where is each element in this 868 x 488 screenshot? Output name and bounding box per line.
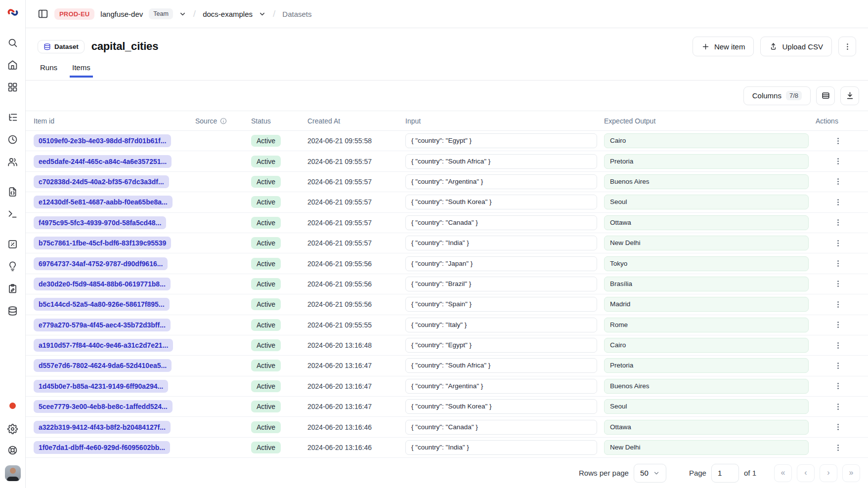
item-id-link[interactable]: b5c144cd-52a5-4a80-926e-58617f895... <box>34 298 170 311</box>
sessions-clock-icon[interactable] <box>7 133 19 145</box>
row-actions-button[interactable] <box>831 134 844 147</box>
item-id-link[interactable]: e12430df-5e81-4687-aabb-f0ea65be8a... <box>34 196 173 208</box>
item-id-link[interactable]: 1f0e7da1-dbff-4e60-929d-f6095602bb... <box>34 441 170 454</box>
input-cell[interactable]: { "country": "India" } <box>405 236 597 250</box>
next-page-button[interactable]: › <box>820 464 837 482</box>
input-cell[interactable]: { "country": "Japan" } <box>405 256 597 271</box>
expected-output-cell[interactable]: Ottawa <box>604 420 809 435</box>
item-id-link[interactable]: 1d45b0e7-b85a-4231-9149-6ff90a294... <box>34 380 168 393</box>
rows-per-page-select[interactable]: 50 <box>634 464 666 483</box>
tracing-tree-icon[interactable] <box>7 111 19 123</box>
row-actions-button[interactable] <box>831 257 844 270</box>
expected-output-cell[interactable]: Buenos Aires <box>604 174 809 189</box>
last-page-button[interactable]: » <box>842 464 860 482</box>
home-icon[interactable] <box>7 59 19 71</box>
row-height-icon[interactable] <box>816 86 835 105</box>
input-cell[interactable]: { "country": "Canada" } <box>405 420 597 435</box>
row-actions-button[interactable] <box>831 298 844 311</box>
input-cell[interactable]: { "country": "Spain" } <box>405 297 597 312</box>
input-cell[interactable]: { "country": "Canada" } <box>405 215 597 230</box>
expected-output-cell[interactable]: Tokyo <box>604 256 809 271</box>
expected-output-cell[interactable]: New Delhi <box>604 236 809 250</box>
input-cell[interactable]: { "country": "South Africa" } <box>405 154 597 169</box>
tab-runs[interactable]: Runs <box>39 63 59 77</box>
item-id-link[interactable]: 69764737-34af-4752-9787-d90df9616... <box>34 257 168 270</box>
item-id-link[interactable]: b75c7861-1fbe-45cf-bdf6-83f139c95539 <box>34 237 171 249</box>
row-actions-button[interactable] <box>831 237 844 249</box>
input-cell[interactable]: { "country": "Egypt" } <box>405 133 597 148</box>
info-icon[interactable] <box>220 118 227 124</box>
item-id-link[interactable]: e779a270-579a-4f45-aec4-35b72d3bff... <box>34 319 171 331</box>
sidebar-toggle-icon[interactable] <box>38 8 48 19</box>
breadcrumb-datasets[interactable]: Datasets <box>282 10 311 18</box>
item-id-link[interactable]: f4975c95-5fc3-4939-970d-58fa5cd48... <box>34 216 166 229</box>
evaluation-percent-icon[interactable] <box>7 238 19 250</box>
row-actions-button[interactable] <box>831 359 844 372</box>
user-avatar[interactable] <box>5 465 21 481</box>
row-actions-button[interactable] <box>831 196 844 208</box>
row-actions-button[interactable] <box>831 380 844 393</box>
first-page-button[interactable]: « <box>774 464 792 482</box>
row-actions-button[interactable] <box>831 175 844 188</box>
input-cell[interactable]: { "country": "South Africa" } <box>405 358 597 373</box>
expected-output-cell[interactable]: Pretoria <box>604 154 809 169</box>
users-icon[interactable] <box>7 156 19 167</box>
annotation-lightbulb-icon[interactable] <box>7 260 19 272</box>
row-actions-button[interactable] <box>831 155 844 168</box>
support-help-icon[interactable] <box>7 444 19 456</box>
page-more-actions-button[interactable] <box>838 37 856 56</box>
expected-output-cell[interactable]: Rome <box>604 318 809 332</box>
playground-terminal-icon[interactable] <box>7 208 19 220</box>
input-cell[interactable]: { "country": "Brazil" } <box>405 277 597 291</box>
expected-output-cell[interactable]: Cairo <box>604 133 809 148</box>
tab-items[interactable]: Items <box>71 63 92 77</box>
item-id-link[interactable]: d557e7d6-7802-4624-9da6-52d410ea5... <box>34 359 172 372</box>
row-actions-button[interactable] <box>831 278 844 290</box>
input-cell[interactable]: { "country": "India" } <box>405 440 597 455</box>
org-chevron-down-icon[interactable] <box>179 10 186 18</box>
row-actions-button[interactable] <box>831 216 844 229</box>
recording-dot[interactable] <box>9 403 16 409</box>
input-cell[interactable]: { "country": "Italy" } <box>405 318 597 332</box>
item-id-link[interactable]: c702838d-24d5-40a2-bf35-67dc3a3df... <box>34 175 169 188</box>
item-id-link[interactable]: a322b319-9412-4f43-b8f2-b20484127f... <box>34 421 171 434</box>
columns-button[interactable]: Columns 7/8 <box>743 86 811 105</box>
item-id-link[interactable]: eed5dafe-244f-465c-a84c-4a6e357251... <box>34 155 172 168</box>
previous-page-button[interactable]: ‹ <box>797 464 815 482</box>
item-id-link[interactable]: 05109ef0-2e3b-4e03-98dd-8f7d01b61f... <box>34 134 171 147</box>
row-actions-button[interactable] <box>831 319 844 331</box>
row-actions-button[interactable] <box>831 421 844 434</box>
input-cell[interactable]: { "country": "South Korea" } <box>405 399 597 414</box>
input-cell[interactable]: { "country": "Argentina" } <box>405 379 597 394</box>
project-name[interactable]: docs-examples <box>203 10 253 18</box>
expected-output-cell[interactable]: Buenos Aires <box>604 379 809 394</box>
expected-output-cell[interactable]: Cairo <box>604 338 809 353</box>
input-cell[interactable]: { "country": "South Korea" } <box>405 195 597 209</box>
project-chevron-down-icon[interactable] <box>259 10 266 18</box>
input-cell[interactable]: { "country": "Argentina" } <box>405 174 597 189</box>
upload-csv-button[interactable]: Upload CSV <box>760 37 832 56</box>
queue-clipboard-icon[interactable] <box>7 283 19 294</box>
expected-output-cell[interactable]: New Delhi <box>604 440 809 455</box>
settings-gear-icon[interactable] <box>7 423 19 435</box>
input-cell[interactable]: { "country": "Egypt" } <box>405 338 597 353</box>
expected-output-cell[interactable]: Madrid <box>604 297 809 312</box>
item-id-link[interactable]: 5cee7779-3e00-4eb8-be8c-1affedd524... <box>34 400 173 413</box>
download-icon[interactable] <box>840 86 859 105</box>
item-id-link[interactable]: a1910d57-7f84-440c-9e46-a31c2d7e21... <box>34 339 173 352</box>
row-actions-button[interactable] <box>831 400 844 413</box>
new-item-button[interactable]: New item <box>693 37 754 56</box>
expected-output-cell[interactable]: Seoul <box>604 399 809 414</box>
dashboard-grid-icon[interactable] <box>7 81 19 93</box>
prompts-file-icon[interactable] <box>7 186 19 198</box>
expected-output-cell[interactable]: Seoul <box>604 195 809 209</box>
org-name[interactable]: langfuse-dev <box>100 10 143 18</box>
item-id-link[interactable]: de30d2e0-f5d9-4854-88b6-0619771b8... <box>34 278 171 290</box>
langfuse-logo[interactable] <box>6 6 19 19</box>
search-icon[interactable] <box>7 37 19 48</box>
expected-output-cell[interactable]: Pretoria <box>604 358 809 373</box>
row-actions-button[interactable] <box>831 441 844 454</box>
datasets-database-icon[interactable] <box>7 305 19 317</box>
expected-output-cell[interactable]: Ottawa <box>604 215 809 230</box>
expected-output-cell[interactable]: Brasília <box>604 277 809 291</box>
